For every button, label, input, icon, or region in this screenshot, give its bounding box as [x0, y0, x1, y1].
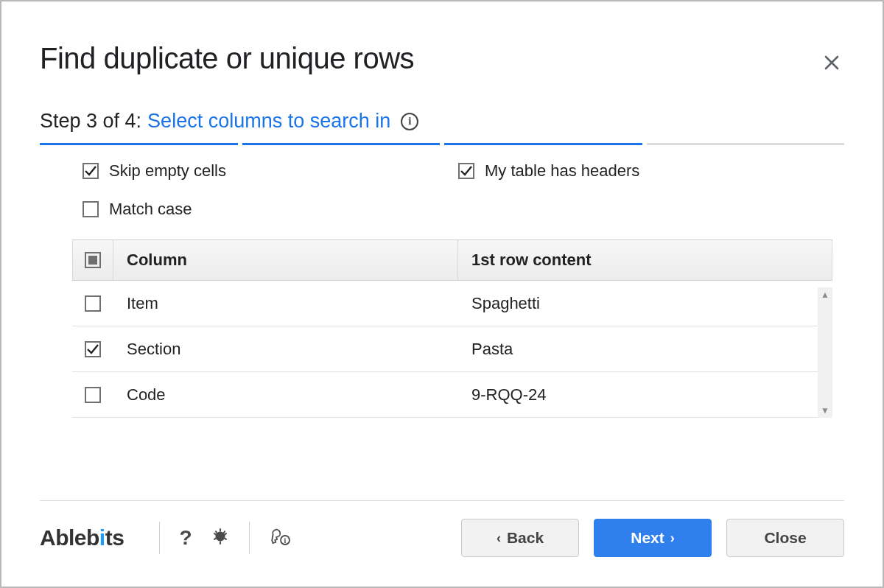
row-content: Spaghetti [458, 294, 832, 313]
bug-icon[interactable] [206, 524, 234, 552]
scroll-down-icon[interactable]: ▼ [818, 403, 832, 418]
option-has-headers[interactable]: My table has headers [458, 161, 844, 181]
footer: Ablebits ? i ‹Back Next› Close [40, 500, 844, 557]
key-info-icon[interactable]: i [264, 523, 295, 553]
help-icon[interactable]: ? [175, 523, 196, 553]
dialog-title: Find duplicate or unique rows [40, 42, 414, 75]
separator [249, 522, 250, 554]
progress-segment-2 [242, 143, 441, 145]
progress-segment-1 [40, 143, 238, 145]
row-column-name: Section [113, 340, 458, 359]
back-button-label: Back [507, 529, 544, 547]
info-icon[interactable]: i [401, 113, 418, 130]
close-icon[interactable] [819, 48, 844, 79]
option-match-case[interactable]: Match case [83, 200, 458, 219]
table-header: Column 1st row content [72, 240, 832, 281]
step-label: Step 3 of 4: [40, 110, 141, 133]
option-has-headers-label: My table has headers [485, 161, 639, 181]
row-checkbox[interactable] [85, 387, 101, 403]
checkbox-has-headers[interactable] [458, 163, 474, 179]
brand-logo: Ablebits [40, 525, 144, 550]
separator [159, 522, 160, 554]
chevron-right-icon: › [670, 531, 675, 546]
scroll-up-icon[interactable]: ▲ [818, 287, 832, 302]
progress-segment-3 [444, 143, 642, 145]
row-checkbox[interactable] [85, 295, 101, 312]
table-row[interactable]: Item Spaghetti [72, 281, 832, 326]
checkbox-skip-empty[interactable] [83, 163, 99, 179]
header-content[interactable]: 1st row content [458, 240, 832, 280]
row-checkbox[interactable] [85, 341, 101, 357]
table-row[interactable]: Section Pasta [72, 326, 832, 372]
option-match-case-label: Match case [109, 200, 192, 219]
progress-segment-4 [647, 143, 845, 145]
row-content: Pasta [458, 340, 832, 359]
chevron-left-icon: ‹ [497, 531, 501, 546]
option-skip-empty-label: Skip empty cells [109, 161, 226, 181]
scrollbar[interactable]: ▲ ▼ [818, 287, 832, 418]
step-description: Select columns to search in [147, 110, 390, 133]
next-button[interactable]: Next› [594, 519, 712, 557]
option-skip-empty[interactable]: Skip empty cells [83, 161, 458, 181]
header-column[interactable]: Column [113, 240, 458, 280]
svg-text:i: i [284, 536, 287, 545]
columns-table: Column 1st row content Item Spaghetti Se… [72, 239, 832, 418]
dialog-frame: Find duplicate or unique rows Step 3 of … [0, 0, 884, 588]
row-column-name: Code [113, 385, 458, 405]
footer-divider [40, 500, 844, 501]
next-button-label: Next [631, 529, 664, 547]
close-button-label: Close [764, 529, 806, 547]
dialog-content: Find duplicate or unique rows Step 3 of … [1, 1, 883, 418]
checkbox-select-all[interactable] [85, 252, 101, 268]
back-button[interactable]: ‹Back [461, 519, 579, 557]
close-button[interactable]: Close [726, 519, 844, 557]
row-column-name: Item [113, 294, 458, 313]
checkbox-match-case[interactable] [83, 201, 99, 217]
step-row: Step 3 of 4: Select columns to search in… [40, 110, 844, 133]
row-content: 9-RQQ-24 [458, 385, 832, 405]
table-row[interactable]: Code 9-RQQ-24 [72, 372, 832, 418]
